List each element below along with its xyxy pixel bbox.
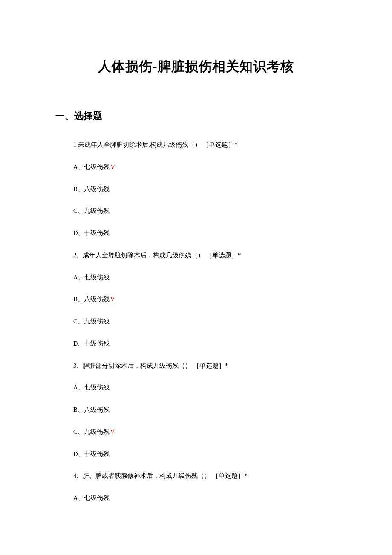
question-2-option-c: C、九级伤残 [73, 317, 337, 326]
question-1-option-a: A、七级伤残V [73, 163, 337, 172]
question-3: 3、脾脏部分切除术后，构成几级伤残（） ［单选题］* [73, 361, 337, 371]
question-3-option-d: D、十级伤残 [73, 450, 337, 459]
question-3-option-b: B、八级伤残 [73, 405, 337, 415]
section-header: 一、选择题 [55, 110, 337, 122]
question-1-option-c: C、九级伤残 [73, 206, 337, 216]
question-2-option-d: D、十级伤残 [73, 339, 337, 349]
question-separator: 、 [76, 472, 83, 479]
question-separator: 、 [76, 252, 83, 259]
question-text: 成年人全脾脏切除术后，构成几级伤残（） ［单选题］* [83, 252, 241, 259]
question-1: 1 未成年人全脾脏切除术后,构成几级伤残（） ［单选题］* [73, 140, 337, 150]
option-label: D、十级伤残 [73, 340, 110, 347]
option-label: D、十级伤残 [73, 450, 110, 457]
option-label: B、八级伤残 [73, 406, 110, 413]
option-label: A、七级伤残 [73, 163, 110, 170]
option-label: B、八级伤残 [73, 186, 110, 192]
question-1-option-b: B、八级伤残 [73, 185, 337, 194]
question-2: 2、成年人全脾脏切除术后，构成几级伤残（） ［单选题］* [73, 251, 337, 260]
question-4: 4、肝、脾或者胰腺修补术后，构成几级伤残（） ［单选题］* [73, 471, 337, 481]
question-separator: 、 [76, 362, 83, 369]
question-4-option-a: A、七级伤残 [73, 494, 337, 503]
question-text: 未成年人全脾脏切除术后,构成几级伤残（） ［单选题］* [78, 141, 238, 148]
option-label: A、七级伤残 [73, 494, 110, 501]
question-text: 肝、脾或者胰腺修补术后，构成几级伤残（） ［单选题］* [83, 472, 247, 479]
option-label: C、九级伤残 [73, 207, 110, 214]
option-label: A、七级伤残 [73, 384, 110, 391]
question-text: 脾脏部分切除术后，构成几级伤残（） ［单选题］* [83, 362, 228, 369]
correct-mark-icon: V [110, 296, 115, 302]
option-label: C、九级伤残 [73, 318, 110, 325]
option-label: C、九级伤残 [73, 428, 110, 435]
question-3-option-a: A、七级伤残 [73, 383, 337, 392]
option-label: D、十级伤残 [73, 230, 110, 236]
document-title: 人体损伤-脾脏损伤相关知识考核 [55, 58, 337, 76]
question-2-option-a: A、七级伤残 [73, 273, 337, 282]
question-3-option-c: C、九级伤残V [73, 427, 337, 437]
question-1-option-d: D、十级伤残 [73, 229, 337, 238]
correct-mark-icon: V [110, 163, 115, 170]
option-label: A、七级伤残 [73, 274, 110, 281]
option-label: B、八级伤残 [73, 296, 110, 302]
content-area: 1 未成年人全脾脏切除术后,构成几级伤残（） ［单选题］* A、七级伤残V B、… [55, 140, 337, 503]
correct-mark-icon: V [110, 428, 115, 435]
question-2-option-b: B、八级伤残V [73, 295, 337, 304]
